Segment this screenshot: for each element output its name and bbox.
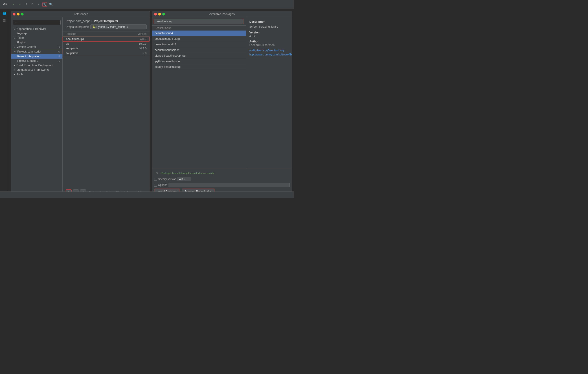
nav-editor[interactable]: ▶ Editor xyxy=(11,36,63,40)
list-item[interactable]: ipython-beautifulsoup xyxy=(152,59,246,64)
nav-keymap[interactable]: Keymap xyxy=(11,31,63,36)
close-button[interactable] xyxy=(13,13,15,15)
preferences-nav: ▶ Appearance & Behavior Keymap ▶ Editor … xyxy=(11,17,63,196)
git-history-icon[interactable]: ⏱ xyxy=(30,2,35,7)
breadcrumb-arrow: › xyxy=(91,20,92,23)
git-check1-icon[interactable]: ✓ xyxy=(11,2,16,7)
git-check2-icon[interactable]: ✓ xyxy=(18,2,22,7)
search-icon[interactable]: 🔍 xyxy=(49,2,53,7)
description-text: Screen-scraping library xyxy=(249,25,289,28)
available-packages-panel: Available Packages BeautifulSoup beautif… xyxy=(152,11,292,196)
nav-vc-arrow-icon: ▶ xyxy=(14,46,15,48)
globe-icon[interactable]: 🌐 xyxy=(1,10,8,17)
version-value: 4.8.2 xyxy=(249,35,289,38)
nav-project-interpreter[interactable]: Project Interpreter ⚙ xyxy=(11,54,63,59)
row-package-name: pip xyxy=(66,42,129,45)
list-item[interactable]: beautifulsoup4 xyxy=(152,31,246,36)
nav-project-interpreter-icon: ⚙ xyxy=(58,55,61,58)
ide-left-strip: 🌐 ☰ xyxy=(0,9,9,198)
options-row: Options xyxy=(154,183,290,187)
package-table: Package Version beautifulsoup4 4.8.2 pip… xyxy=(63,32,150,188)
table-row[interactable]: setuptools 40.8.0 xyxy=(63,46,150,51)
table-row[interactable]: soupsieve 2.0 xyxy=(63,51,150,56)
git-push-icon[interactable]: ↗ xyxy=(36,2,41,7)
options-input[interactable] xyxy=(168,183,290,187)
table-header: Package Version xyxy=(63,32,150,37)
list-item[interactable]: scrapy-beautifulsoup xyxy=(152,64,246,70)
col-version-header: Version xyxy=(129,32,147,35)
nav-appearance-behavior[interactable]: ▶ Appearance & Behavior xyxy=(11,27,63,31)
nav-tools-label: Tools xyxy=(17,73,23,76)
list-item[interactable]: django-beautifulsoup-test xyxy=(152,53,246,59)
nav-lang-arrow-icon: ▶ xyxy=(14,69,15,71)
avail-status-message: Package 'beautifulsoup4' installed succe… xyxy=(161,172,214,174)
nav-project-sdm[interactable]: ▼ Project: sdm_script ⚙ xyxy=(11,49,63,54)
available-titlebar: Available Packages xyxy=(152,11,292,17)
avail-close-button[interactable] xyxy=(154,13,157,15)
status-bar xyxy=(0,192,294,198)
maximize-button[interactable] xyxy=(21,13,24,15)
list-item[interactable]: beautifulsoup442 xyxy=(152,42,246,47)
nav-project-structure-icon: ⚙ xyxy=(58,60,61,62)
package-name: beautifulsoup4 xyxy=(155,32,173,35)
row-package-version: 19.0.3 xyxy=(129,42,147,45)
minimize-button[interactable] xyxy=(17,13,20,15)
git-label: Git: xyxy=(2,2,9,7)
avail-window-buttons xyxy=(154,13,165,15)
nav-appearance-behavior-label: Appearance & Behavior xyxy=(17,27,46,31)
refresh-button[interactable]: ↻ xyxy=(154,171,159,176)
col-package-header: Package xyxy=(66,32,129,35)
specify-version-checkbox-label[interactable]: Specify version xyxy=(154,178,176,181)
table-row[interactable]: pip 19.0.3 xyxy=(63,42,150,46)
package-name: beautifulsoupselect xyxy=(155,48,179,52)
nav-languages-frameworks[interactable]: ▶ Languages & Frameworks xyxy=(11,68,63,72)
nav-plugins[interactable]: Plugins xyxy=(11,40,63,45)
nav-build-execution[interactable]: ▶ Build, Execution, Deployment xyxy=(11,63,63,68)
preferences-content: Project: sdm_script › Project Interprete… xyxy=(63,17,150,196)
nav-editor-arrow-icon: ▶ xyxy=(14,37,15,39)
package-name: beautifulsoup4-slurp xyxy=(155,37,180,40)
avail-bottom-top: ↻ Package 'beautifulsoup4' installed suc… xyxy=(154,171,290,176)
homepage-link[interactable]: http://www.crummy.com/software/Beautiful… xyxy=(249,53,289,56)
package-name: ipython-beautifulsoup xyxy=(155,60,181,63)
window-buttons xyxy=(13,13,24,15)
row-package-name: soupsieve xyxy=(66,52,129,55)
row-package-version: 2.0 xyxy=(129,52,147,55)
breadcrumb: Project: sdm_script › Project Interprete… xyxy=(66,20,147,23)
main-container: 🌐 ☰ Preferences ▶ Appearance xyxy=(0,9,294,198)
options-checkbox-label[interactable]: Options xyxy=(154,183,167,187)
version-input[interactable] xyxy=(178,177,191,182)
git-revert-icon[interactable]: ↺ xyxy=(24,2,28,7)
nav-project-arrow-icon: ▼ xyxy=(14,51,16,53)
interpreter-label: Project Interpreter: xyxy=(66,25,89,29)
avail-minimize-button[interactable] xyxy=(158,13,161,15)
available-packages-title: Available Packages xyxy=(209,12,234,16)
version-label: Version xyxy=(249,31,289,34)
menu-icon[interactable]: ☰ xyxy=(1,18,8,24)
author-label: Author xyxy=(249,40,289,43)
package-name: scrapy-beautifulsoup xyxy=(155,65,180,68)
table-row[interactable]: beautifulsoup4 4.8.2 xyxy=(63,37,150,42)
list-item[interactable]: beautifulsoup4-slurp xyxy=(152,36,246,42)
nav-project-interpreter-label: Project Interpreter xyxy=(17,55,40,58)
search-row xyxy=(152,17,246,26)
nav-version-control[interactable]: ▶ Version Control ⚙ xyxy=(11,45,63,49)
nav-tools-arrow-icon: ▶ xyxy=(14,73,15,75)
available-search-input[interactable] xyxy=(154,19,244,24)
nav-project-structure[interactable]: Project Structure ⚙ xyxy=(11,59,63,63)
options-checkbox[interactable] xyxy=(154,184,157,187)
row-package-version: 4.8.2 xyxy=(128,37,146,41)
preferences-search-input[interactable] xyxy=(13,20,61,25)
specify-version-label: Specify version xyxy=(158,178,176,181)
wrench-icon[interactable]: 🔧 xyxy=(42,2,47,7)
available-package-list: BeautifulSoup beautifulsoup4 beautifulso… xyxy=(152,26,246,169)
available-list-panel: BeautifulSoup beautifulsoup4 beautifulso… xyxy=(152,17,246,169)
specify-version-checkbox[interactable] xyxy=(154,178,157,181)
specify-version-row: Specify version xyxy=(154,177,290,182)
nav-tools[interactable]: ▶ Tools xyxy=(11,72,63,76)
row-package-name: setuptools xyxy=(66,47,129,50)
list-item[interactable]: beautifulsoupselect xyxy=(152,47,246,53)
nav-project-structure-label: Project Structure xyxy=(17,59,38,62)
avail-maximize-button[interactable] xyxy=(162,13,165,15)
mailto-link[interactable]: mailto:leonardr@segfault.org xyxy=(249,49,289,52)
